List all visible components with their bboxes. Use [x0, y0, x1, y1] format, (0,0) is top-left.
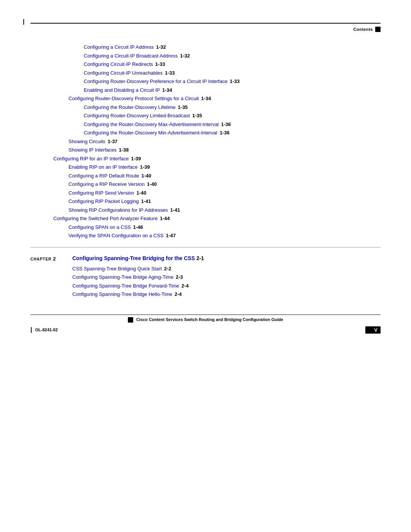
toc-link[interactable]: Configuring Circuit-IP Unreachables: [84, 69, 162, 77]
chapter2-header-row: CHAPTER 2Configuring Spanning-Tree Bridg…: [30, 255, 381, 299]
toc-page-num: 2-4: [182, 282, 189, 290]
toc-item: Configuring Circuit-IP Redirects1-33: [38, 61, 381, 68]
toc-item: Configuring RIP Send Version1-40: [38, 189, 381, 197]
toc-item: Configuring the Router-Discovery Lifetim…: [38, 104, 381, 111]
contents-text: Contents: [353, 27, 373, 32]
toc-link[interactable]: Configuring the Switched Port Analyzer F…: [53, 215, 158, 222]
toc-item: Showing IP Interfaces1-38: [38, 146, 381, 154]
toc-page-num: 1-39: [140, 163, 150, 171]
bottom-rule: Cisco Content Services Switch Routing an…: [30, 315, 381, 323]
chapter2-title-block: Configuring Spanning-Tree Bridging for t…: [72, 255, 204, 299]
bottom-footer: OL-8241-02 V: [30, 326, 381, 334]
toc-item: Configuring Circuit-IP Unreachables1-33: [38, 69, 381, 77]
toc-item: Verifying the SPAN Configuration on a CS…: [38, 232, 381, 240]
toc-page-num: 1-35: [192, 112, 202, 120]
toc-link[interactable]: Configuring the Router-Discovery Max-Adv…: [84, 121, 219, 128]
toc-page-num: 1-40: [147, 181, 157, 188]
toc-page-num: 2-4: [175, 291, 182, 298]
toc-page-num: 1-33: [165, 69, 175, 77]
toc-link[interactable]: Showing RIP Configurations for IP Addres…: [68, 206, 168, 214]
toc-link[interactable]: Configuring a RIP Default Route: [68, 172, 139, 180]
toc-item: Configuring Router-Discovery Preference …: [38, 78, 381, 85]
toc-item: Configuring RIP for an IP Interface1-39: [38, 155, 381, 163]
chapter2-page: 2-1: [196, 255, 204, 261]
top-rule: [30, 23, 381, 24]
toc-item: Enabling and Disabling a Circuit IP1-34: [38, 86, 381, 94]
toc-link[interactable]: Configuring RIP Send Version: [68, 189, 134, 197]
footer-left: OL-8241-02: [30, 326, 84, 333]
toc-link[interactable]: Configuring Router-Discovery Protocol Se…: [68, 95, 199, 102]
toc-page-num: 1-47: [166, 232, 176, 240]
toc-item: Configuring RIP Packet Logging1-41: [38, 198, 381, 205]
toc-link[interactable]: CSS Spanning-Tree Bridging Quick Start: [72, 265, 162, 273]
toc-item: CSS Spanning-Tree Bridging Quick Start2-…: [72, 265, 204, 273]
toc-link[interactable]: Verifying the SPAN Configuration on a CS…: [68, 232, 164, 240]
toc-page-num: 2-2: [164, 265, 171, 273]
toc-item: Configuring Router-Discovery Protocol Se…: [38, 95, 381, 102]
toc-item: Enabling RIP on an IP Interface1-39: [38, 163, 381, 171]
toc-link[interactable]: Configuring the Router-Discovery Lifetim…: [84, 104, 175, 111]
footer-doc-num: OL-8241-02: [35, 328, 57, 332]
toc-link[interactable]: Configuring a Circuit-IP Broadcast Addre…: [84, 52, 178, 60]
toc-link[interactable]: Configuring a RIP Receive Version: [68, 181, 145, 188]
footer-doc-title: Cisco Content Services Switch Routing an…: [30, 317, 381, 323]
toc-page-num: 1-33: [155, 61, 165, 68]
toc-item: Configuring a Circuit IP Address1-32: [38, 43, 381, 51]
toc-page-num: 1-41: [170, 206, 180, 214]
toc-link[interactable]: Configuring Spanning-Tree Bridge Aging-T…: [72, 273, 174, 281]
toc-link[interactable]: Configuring Router-Discovery Preference …: [84, 78, 228, 85]
toc-link[interactable]: Configuring Router-Discovery Limited-Bro…: [84, 112, 190, 120]
toc-link[interactable]: Configuring SPAN on a CSS: [68, 224, 131, 231]
toc-link[interactable]: Configuring Spanning-Tree Bridge Forward…: [72, 282, 179, 290]
toc-page-num: 1-32: [156, 43, 166, 51]
toc-item: Configuring the Router-Discovery Max-Adv…: [38, 121, 381, 128]
toc-page-num: 1-39: [131, 155, 141, 163]
toc-page-num: 1-44: [160, 215, 170, 222]
toc-item: Configuring Router-Discovery Limited-Bro…: [38, 112, 381, 120]
footer-page: V: [365, 326, 381, 334]
toc-link[interactable]: Enabling and Disabling a Circuit IP: [84, 86, 160, 94]
toc-item: Configuring Spanning-Tree Bridge Aging-T…: [72, 273, 204, 281]
page-header: Contents: [30, 27, 381, 32]
toc-link[interactable]: Configuring RIP for an IP Interface: [53, 155, 129, 163]
toc-page-num: 1-46: [133, 224, 143, 231]
chapter2-section: CHAPTER 2Configuring Spanning-Tree Bridg…: [30, 247, 381, 299]
toc-item: Configuring a RIP Receive Version1-40: [38, 181, 381, 188]
toc-item: Configuring SPAN on a CSS1-46: [38, 224, 381, 231]
toc-page-num: 1-34: [201, 95, 211, 102]
chapter2-title[interactable]: Configuring Spanning-Tree Bridging for t…: [72, 255, 204, 261]
toc-link[interactable]: Enabling RIP on an IP Interface: [68, 163, 138, 171]
toc-page-num: 1-37: [108, 138, 118, 145]
toc-item: Configuring the Router-Discovery Min-Adv…: [38, 129, 381, 137]
toc-content: Configuring a Circuit IP Address1-32Conf…: [30, 43, 381, 240]
chapter-separator: [30, 247, 381, 248]
toc-item: Showing RIP Configurations for IP Addres…: [38, 206, 381, 214]
toc-item: Configuring a Circuit-IP Broadcast Addre…: [38, 52, 381, 60]
toc-link[interactable]: Configuring Circuit-IP Redirects: [84, 61, 153, 68]
contents-label: Contents: [353, 27, 381, 32]
toc-page-num: 1-38: [119, 146, 129, 154]
toc-page-num: 1-34: [162, 86, 172, 94]
toc-item: Configuring a RIP Default Route1-40: [38, 172, 381, 180]
toc-item: Configuring the Switched Port Analyzer F…: [38, 215, 381, 222]
toc-page-num: 1-33: [230, 78, 240, 85]
toc-page-num: 1-36: [221, 121, 231, 128]
toc-link[interactable]: Configuring RIP Packet Logging: [68, 198, 139, 205]
toc-item: Configuring Spanning-Tree Bridge Hello-T…: [72, 291, 204, 298]
toc-link[interactable]: Configuring the Router-Discovery Min-Adv…: [84, 129, 217, 137]
chapter2-entries: CSS Spanning-Tree Bridging Quick Start2-…: [72, 265, 204, 299]
toc-link[interactable]: Configuring Spanning-Tree Bridge Hello-T…: [72, 291, 172, 298]
toc-item: Showing Circuits1-37: [38, 138, 381, 145]
toc-page-num: 1-41: [141, 198, 151, 205]
toc-page-num: 1-40: [136, 189, 146, 197]
toc-link[interactable]: Showing Circuits: [68, 138, 105, 145]
toc-item: Configuring Spanning-Tree Bridge Forward…: [72, 282, 204, 290]
toc-page-num: 2-3: [176, 273, 183, 281]
page-container: Contents Configuring a Circuit IP Addres…: [0, 0, 411, 532]
chapter2-label: CHAPTER 2: [30, 255, 72, 262]
toc-page-num: 1-40: [141, 172, 151, 180]
toc-link[interactable]: Showing IP Interfaces: [68, 146, 116, 154]
toc-link[interactable]: Configuring a Circuit IP Address: [84, 43, 154, 51]
toc-page-num: 1-36: [220, 129, 229, 137]
toc-page-num: 1-32: [180, 52, 190, 60]
